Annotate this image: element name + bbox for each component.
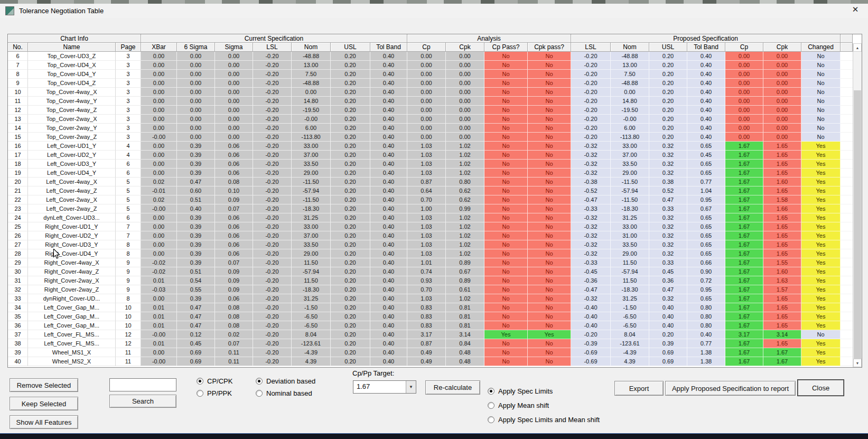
scroll-up-icon[interactable]: ▲: [853, 43, 862, 52]
search-button[interactable]: Search: [109, 395, 176, 408]
column-header[interactable]: Cp: [725, 43, 763, 52]
table-row[interactable]: 36Left_Cover_Gap_M...100.010.470.08-0.20…: [8, 321, 862, 330]
column-header[interactable]: Tol Band: [687, 43, 725, 52]
table-cell: No: [484, 106, 528, 115]
table-row[interactable]: 15Top_Cover-2way_Z3-0.000.000.00-0.20-11…: [8, 133, 862, 142]
column-header[interactable]: Cpk: [763, 43, 801, 52]
column-header[interactable]: Sigma: [215, 43, 253, 52]
table-row[interactable]: 12Top_Cover-4way_Z30.000.000.00-0.20-19.…: [8, 106, 862, 115]
vertical-scrollbar[interactable]: ▲ ▼: [853, 43, 862, 367]
tolerance-table[interactable]: Chart InfoCurrent SpecificationAnalysisP…: [7, 34, 862, 368]
table-cell: -0.20: [253, 178, 292, 186]
keep-selected-button[interactable]: Keep Selected: [10, 397, 78, 410]
export-button[interactable]: Export: [614, 381, 664, 396]
table-row[interactable]: 18Left_Cover-UD3_Y60.000.390.06-0.2033.5…: [8, 160, 862, 169]
column-header[interactable]: No.: [8, 43, 28, 52]
table-row[interactable]: 13Top_Cover-2way_X30.000.000.00-0.20-0.0…: [8, 115, 862, 124]
table-cell: No: [528, 79, 571, 88]
column-header[interactable]: Cp: [407, 43, 446, 52]
column-header[interactable]: XBar: [141, 43, 177, 52]
table-row[interactable]: 40Wheel_MS2_X11-0.000.690.11-0.204.390.2…: [8, 357, 862, 366]
table-row[interactable]: 38Left_Cover_FL_MS...120.010.450.07-0.20…: [8, 339, 862, 348]
table-row[interactable]: 10Top_Cover-4way_X30.000.000.00-0.200.00…: [8, 88, 862, 97]
column-header[interactable]: Nom: [292, 43, 331, 52]
table-row[interactable]: 30Right_Cover-4way_Z9-0.020.510.09-0.20-…: [8, 267, 862, 276]
close-button[interactable]: Close: [797, 379, 844, 396]
table-row[interactable]: 37Left_Cover_FL_MS...12-0.000.120.02-0.2…: [8, 330, 862, 339]
radio-icon[interactable]: [256, 378, 263, 385]
table-row[interactable]: 11Top_Cover-4way_Y30.000.000.00-0.2014.8…: [8, 97, 862, 106]
column-header[interactable]: Name: [28, 43, 116, 52]
table-cell: -0.03: [141, 285, 177, 294]
table-row[interactable]: 32Right_Cover-2way_Z9-0.030.550.09-0.20-…: [8, 285, 862, 294]
table-cell: 0.83: [407, 321, 446, 330]
table-row[interactable]: 31Right_Cover-2way_X90.010.540.09-0.2011…: [8, 276, 862, 285]
radio-icon[interactable]: [488, 388, 494, 395]
table-cell: 0.65: [687, 249, 725, 258]
table-row[interactable]: 20Left_Cover-4way_X50.020.470.08-0.20-11…: [8, 178, 862, 186]
radio-pp-ppk[interactable]: PP/PPK: [197, 389, 232, 397]
radio-cp-cpk[interactable]: CP/CPK: [197, 377, 232, 385]
column-header[interactable]: USL: [331, 43, 370, 52]
radio-deviation-based[interactable]: Deviation based: [256, 377, 315, 385]
table-row[interactable]: 25Right_Cover-UD1_Y70.000.390.06-0.2033.…: [8, 222, 862, 231]
table-row[interactable]: 16Left_Cover-UD1_Y40.000.390.06-0.2033.0…: [8, 142, 862, 151]
table-row[interactable]: 34Left_Cover_Gap_M...100.010.470.08-0.20…: [8, 303, 862, 312]
close-icon[interactable]: ✕: [849, 5, 862, 14]
table-row[interactable]: 9Top_Cover-UD4_Z30.000.000.00-0.20-48.88…: [8, 79, 862, 88]
scroll-down-icon[interactable]: ▼: [853, 359, 862, 367]
table-cell: 0.39: [177, 258, 215, 267]
table-row[interactable]: 14Top_Cover-2way_Y30.000.000.00-0.206.00…: [8, 124, 862, 133]
table-cell: 1.67: [725, 267, 763, 276]
remove-selected-button[interactable]: Remove Selected: [10, 378, 78, 392]
radio-apply-mean-shift[interactable]: Apply Mean shift: [488, 401, 549, 409]
table-cell: 7: [116, 231, 141, 240]
column-header[interactable]: LSL: [253, 43, 292, 52]
column-header[interactable]: LSL: [571, 43, 611, 52]
chevron-down-icon[interactable]: ▼: [406, 381, 416, 393]
table-row[interactable]: 33dynRight_Cover-UD...80.000.390.06-0.20…: [8, 294, 862, 303]
column-header[interactable]: Cp Pass?: [484, 43, 528, 52]
column-header[interactable]: Page: [116, 43, 141, 52]
table-row[interactable]: 27Right_Cover-UD3_Y80.000.390.06-0.2033.…: [8, 240, 862, 249]
column-header[interactable]: Tol Band: [370, 43, 407, 52]
radio-apply-spec-limits-and-mean-shift[interactable]: Apply Spec Limits and Mean shift: [488, 416, 600, 424]
table-row[interactable]: 22Left_Cover-2way_X50.020.510.09-0.20-11…: [8, 195, 862, 204]
radio-icon[interactable]: [197, 378, 203, 385]
table-row[interactable]: 35Left_Cover_Gap_M...100.010.470.08-0.20…: [8, 312, 862, 321]
scrollbar-thumb[interactable]: [854, 90, 861, 359]
apply-proposed-specification-button[interactable]: Apply Proposed Specification to report: [665, 381, 796, 396]
radio-icon[interactable]: [488, 416, 494, 423]
table-row[interactable]: 23Left_Cover-2way_Z5-0.000.400.07-0.20-1…: [8, 204, 862, 213]
radio-apply-spec-limits[interactable]: Apply Spec Limits: [488, 387, 553, 395]
column-header[interactable]: Cpk pass?: [528, 43, 571, 52]
radio-icon[interactable]: [197, 390, 203, 397]
table-row[interactable]: 24dynLeft_Cover-UD3...60.000.390.06-0.20…: [8, 213, 862, 222]
column-header[interactable]: Nom: [611, 43, 649, 52]
table-row[interactable]: 7Top_Cover-UD4_X30.000.000.00-0.2013.000…: [8, 61, 862, 70]
table-row[interactable]: 39Wheel_MS1_X110.000.690.11-0.20-4.390.2…: [8, 348, 862, 357]
radio-icon[interactable]: [488, 402, 494, 409]
radio-nominal-based[interactable]: Nominal based: [256, 389, 312, 397]
table-row[interactable]: 17Left_Cover-UD2_Y40.000.390.06-0.2037.0…: [8, 151, 862, 160]
radio-icon[interactable]: [256, 390, 263, 397]
search-input[interactable]: [109, 378, 176, 391]
column-header[interactable]: Changed: [801, 43, 841, 52]
table-cell: -0.32: [571, 249, 611, 258]
table-row[interactable]: 19Left_Cover-UD4_Y60.000.390.06-0.2029.0…: [8, 169, 862, 178]
table-cell: 0.00: [407, 133, 446, 142]
cp-pp-target-combobox[interactable]: 1.67 ▼: [353, 380, 416, 394]
table-row[interactable]: 21Left_Cover-4way_Z5-0.010.600.10-0.20-5…: [8, 186, 862, 195]
table-row[interactable]: 8Top_Cover-UD4_Y30.000.000.00-0.207.500.…: [8, 70, 862, 79]
table-row[interactable]: 26Right_Cover-UD2_Y70.000.390.06-0.2037.…: [8, 231, 862, 240]
table-row[interactable]: 6Top_Cover-UD3_Z30.000.000.00-0.20-48.88…: [8, 52, 862, 61]
show-all-features-button[interactable]: Show All Features: [10, 415, 78, 429]
column-header[interactable]: Cpk: [446, 43, 484, 52]
table-row[interactable]: 29Right_Cover-4way_X9-0.020.390.07-0.201…: [8, 258, 862, 267]
recalculate-button[interactable]: Re-calculate: [425, 380, 480, 395]
column-header[interactable]: 6 Sigma: [177, 43, 215, 52]
table-cell: 1.67: [725, 249, 763, 258]
column-header[interactable]: USL: [649, 43, 687, 52]
table-cell: 0.40: [370, 186, 407, 195]
table-row[interactable]: 28Right_Cover-UD4_Y80.000.390.06-0.2029.…: [8, 249, 862, 258]
